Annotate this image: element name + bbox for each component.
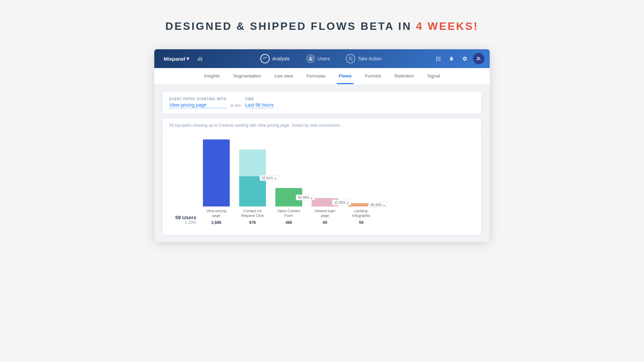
svg-rect-0 [198,58,199,61]
svg-rect-2 [201,57,202,61]
browser-window: Mixpanel ▾ Analysis [154,49,490,242]
tab-formulas[interactable]: Formulas [305,69,327,84]
svg-rect-6 [436,57,437,58]
svg-rect-12 [436,60,437,61]
analysis-icon [260,54,270,63]
col-count-2: 876 [249,220,256,225]
svg-rect-10 [438,58,439,59]
nav-take-action-label: Take Action [358,56,382,61]
users-count: 59 Users [175,215,196,220]
nav-item-analysis[interactable]: Analysis [258,52,292,65]
tab-funnels[interactable]: Funnels [363,69,383,84]
settings-icon[interactable] [460,53,470,64]
user-avatar[interactable]: JL [473,53,484,64]
chart-col-5: 98.33% ▶ Landing:Infographic 59 [348,203,375,225]
col-label-1: View pricingpage [206,208,226,218]
svg-rect-1 [200,57,201,61]
svg-point-3 [310,57,311,59]
bar-pct-badge-2: 32.61% ▶ [260,175,279,181]
tab-live-view[interactable]: Live view [272,69,295,84]
chart-col-1: View pricingpage 2,686 [203,139,230,225]
nav-analysis-label: Analysis [272,56,289,61]
headline-highlight: 4 WEEKS! [416,20,479,32]
tab-signal[interactable]: Signal [425,69,442,84]
chart-row: 59 Users 2.20% View pricingpage 2,686 [173,139,471,225]
bar-2-top [239,149,266,176]
tab-retention[interactable]: Retention [392,69,416,84]
users-label-group: 59 Users 2.20% [173,215,203,225]
nav-users-label: Users [318,56,330,61]
chart-col-4: 12.35% ▶ Viewed loginpage 60 [312,198,338,225]
col-label-2: Contact UsRequest Click [241,208,264,218]
tabs-bar: Insights Segmentation Live view Formulas… [154,68,490,85]
event-filter-value[interactable]: View pricing page [169,102,226,108]
bar-wrapper-2: 32.61% ▶ [239,149,266,206]
col-count-1: 2,686 [211,220,221,225]
bar-wrapper-5: 98.33% ▶ [348,203,375,206]
col-count-4: 60 [323,220,327,225]
bar-wrapper-1 [203,139,230,206]
headline-prefix: DESIGNED & SHIPPED FLOWS BETA IN [165,20,416,32]
filter-row: EVENT PATHS STARTING WITH View pricing p… [169,97,475,108]
bar-pct-badge-5: 98.33% ▶ [368,202,387,208]
users-icon [306,54,315,63]
svg-rect-11 [439,58,440,59]
notifications-icon[interactable] [446,53,457,64]
time-filter-group: TIME Last 96 hours [245,97,274,108]
content-area: EVENT PATHS STARTING WITH View pricing p… [154,85,490,242]
bar-pct-badge-3: 55.48% ▶ [296,194,315,200]
nav-right: JL [433,53,484,64]
filter-connector: in the [230,103,241,108]
nav-bar: Mixpanel ▾ Analysis [154,49,490,68]
chart-info-text: 50 top paths showing up to 5 events star… [163,118,481,133]
chart-col-3: 55.48% ▶ Open ContactForm 486 [275,188,302,225]
svg-point-4 [349,57,353,61]
filter-panel: EVENT PATHS STARTING WITH View pricing p… [162,92,482,114]
svg-rect-9 [436,58,437,59]
chart-panel: 50 top paths showing up to 5 events star… [162,118,482,235]
tab-segmentation[interactable]: Segmentation [231,69,263,84]
nav-center: Analysis Users Take Action [209,52,433,65]
svg-rect-13 [438,60,439,61]
bar-pct-badge-4: 12.35% ▶ [332,199,351,205]
chart-col-2: 32.61% ▶ Contact UsRequest Click 876 [239,149,266,225]
tab-flows[interactable]: Flows [337,69,354,84]
nav-logo-chevron: ▾ [186,56,189,62]
headline: DESIGNED & SHIPPED FLOWS BETA IN 4 WEEKS… [165,20,479,33]
col-label-3: Open ContactForm [277,208,300,218]
svg-rect-8 [439,57,440,58]
chart-body: 59 Users 2.20% View pricingpage 2,686 [163,133,481,235]
chart-columns: View pricingpage 2,686 32.61% ▶ Contact … [203,139,375,225]
col-count-5: 59 [359,220,363,225]
users-pct: 2.20% [185,220,196,225]
bar-1 [203,139,230,206]
bar-wrapper-3: 55.48% ▶ [275,188,302,206]
col-label-5: Landing:Infographic [352,208,370,218]
nav-logo-text: Mixpanel [164,56,185,62]
bar-wrapper-4: 12.35% ▶ [312,198,338,206]
col-count-3: 486 [285,220,292,225]
nav-logo[interactable]: Mixpanel ▾ [160,56,193,62]
time-filter-value[interactable]: Last 96 hours [245,102,274,108]
event-filter-label: EVENT PATHS STARTING WITH [169,97,226,101]
apps-icon[interactable] [433,53,443,64]
nav-item-take-action[interactable]: Take Action [343,52,384,65]
take-action-icon [346,54,355,63]
tab-insights[interactable]: Insights [202,69,222,84]
time-filter-label: TIME [245,97,274,101]
svg-rect-7 [438,57,439,58]
nav-bar-chart-icon[interactable] [193,52,207,65]
svg-rect-14 [439,60,440,61]
svg-point-5 [350,58,351,59]
col-label-4: Viewed loginpage [315,208,335,218]
nav-item-users[interactable]: Users [303,52,333,65]
event-filter-group: EVENT PATHS STARTING WITH View pricing p… [169,97,226,108]
bar-2-bot [239,176,266,206]
